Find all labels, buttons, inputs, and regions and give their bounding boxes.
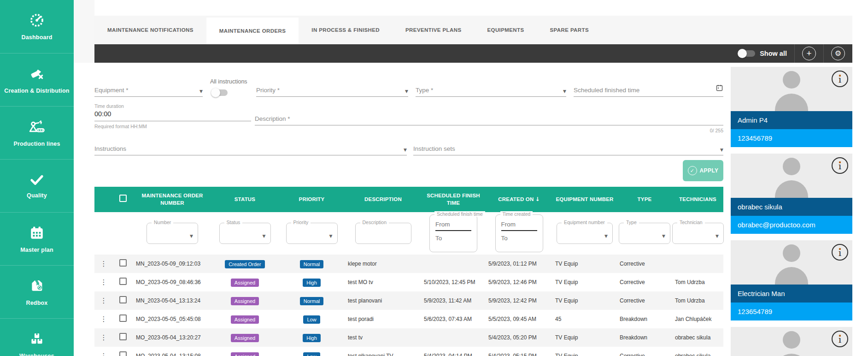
info-i-dot [839,75,841,77]
row-checkbox[interactable] [119,296,127,303]
sidebar-item-label: Redbox [26,300,47,306]
column-header-order-number[interactable]: MAINTENANCE ORDER NUMBER [133,192,211,207]
select-all-checkbox[interactable] [119,195,127,202]
row-menu-button[interactable]: ⋮ [94,297,113,305]
column-header-type[interactable]: TYPE [617,196,672,203]
table-row[interactable]: ⋮ MN_2023-05-09_09:12:03 Created Order N… [94,255,723,273]
technician-filter-select[interactable]: Technician ▼ [672,223,724,244]
chevron-down-icon: ▼ [404,148,407,152]
sidebar-item-master-plan[interactable]: Master plan [0,212,74,265]
table-body: ⋮ MN_2023-05-09_09:12:03 Created Order N… [94,255,723,356]
sidebar-item-dashboard[interactable]: Dashboard [0,0,74,53]
quality-checkmark-icon [29,173,45,188]
row-menu-button[interactable]: ⋮ [94,352,113,356]
sidebar-item-warehouses[interactable]: Warehouses [0,318,74,356]
tab-preventive-plans[interactable]: PREVENTIVE PLANS [393,16,474,44]
tab-spare-parts[interactable]: SPARE PARTS [537,16,602,44]
warehouses-icon [29,331,45,349]
show-all-toggle[interactable] [739,50,755,57]
table-row[interactable]: ⋮ MO_2023-05-09_08:46:36 Assigned High t… [94,273,723,291]
row-checkbox[interactable] [119,259,127,267]
number-filter-select[interactable]: Number ▼ [147,223,198,244]
info-icon[interactable]: ı [832,244,848,261]
table-row[interactable]: ⋮ MO_2023-05-04_13:20:27 Assigned High t… [94,328,723,347]
sort-descending-icon[interactable]: ↓ [535,196,540,202]
info-icon[interactable]: ı [832,157,848,174]
time-created-to-input[interactable]: To [501,235,537,242]
sidebar-item-quality[interactable]: Quality [0,159,74,212]
row-checkbox[interactable] [119,351,127,356]
type-select[interactable]: Type * ▼ [416,81,566,97]
chevron-down-icon: ▼ [329,234,333,238]
sidebar-item-label: Warehouses [19,353,54,356]
table-row[interactable]: ⋮ MN_2023-05-04_13:13:24 Assigned Normal… [94,291,723,310]
row-checkbox[interactable] [119,333,127,340]
row-menu-button[interactable]: ⋮ [94,333,113,342]
row-checkbox[interactable] [119,278,127,285]
info-icon[interactable]: ı [832,71,848,87]
table-row[interactable]: ⋮ MO_2023-05-04_13:15:08 Assigned Low te… [94,347,723,356]
description-input[interactable]: Description * [255,110,723,125]
status-badge: Assigned [231,315,259,324]
tab-bar: MAINTENANCE NOTIFICATIONS MAINTENANCE OR… [94,16,852,44]
row-menu-button[interactable]: ⋮ [94,278,113,286]
description-filter-input[interactable]: Description [355,223,411,244]
priority-filter-select[interactable]: Priority ▼ [286,223,338,244]
technician-avatar: ı [731,327,852,356]
scheduled-finish-cell: 5/10/2023, 12:45 PM [421,279,486,285]
description-cell: test MO tv [345,279,421,285]
column-header-priority[interactable]: PRIORITY [278,196,345,203]
column-header-description[interactable]: DESCRIPTION [345,196,421,203]
technician-card[interactable]: ı [731,327,852,356]
column-header-status[interactable]: STATUS [211,196,278,203]
created-on-cell: 5/9/2023, 12:42 PM [486,297,552,304]
equipment-select[interactable]: Equipment * ▼ [94,81,203,97]
row-menu-button[interactable]: ⋮ [94,315,113,323]
row-menu-button[interactable]: ⋮ [94,260,113,268]
info-icon[interactable]: ı [832,331,848,347]
sidebar-item-redbox[interactable]: Redbox [0,265,74,318]
row-checkbox[interactable] [119,314,127,322]
column-header-scheduled-finish[interactable]: SCHEDULED FINISH TIME [421,192,486,207]
instructions-select[interactable]: Instructions ▼ [94,140,407,155]
created-on-cell: 5/9/2023, 01:12 PM [486,261,552,267]
scheduled-finish-to-input[interactable]: To [435,235,471,242]
technician-card[interactable]: ı Electrician Man 123654789 [731,240,852,320]
priority-select[interactable]: Priority * ▼ [256,81,408,97]
type-filter-select[interactable]: Type ▼ [619,223,670,244]
instruction-sets-select[interactable]: Instruction sets ▼ [413,140,723,155]
scheduled-finish-from-input[interactable]: From [435,221,471,231]
tab-maintenance-notifications[interactable]: MAINTENANCE NOTIFICATIONS [94,16,206,44]
time-duration-input[interactable] [94,109,251,121]
tab-in-process-finished[interactable]: IN PROCESS & FINISHED [299,16,393,44]
settings-button[interactable]: ⚙ [831,47,845,60]
technician-filter-label: Technician [677,220,705,225]
chevron-down-icon: ▼ [263,234,266,238]
table-row[interactable]: ⋮ MO_2023-05-05_05:45:08 Assigned Low te… [94,310,723,328]
toggle-knob [738,49,747,58]
description-field: Description * 0/ 255 [255,103,723,133]
toolbar: Show all + ⚙ [94,44,852,63]
column-header-technicians[interactable]: TECHNICIANS [672,196,723,203]
status-filter-select[interactable]: Status ▼ [219,223,271,244]
sidebar-item-production-lines[interactable]: Production lines [0,106,74,159]
all-instructions-toggle[interactable] [212,89,228,96]
calendar-icon[interactable] [716,84,723,94]
equipment-number-filter-select[interactable]: Equipment number ▼ [557,223,613,244]
scheduled-finished-time-field[interactable]: Scheduled finished time [574,81,723,97]
apply-button[interactable]: ✓ APPLY [683,160,723,181]
tab-equipments[interactable]: EQUIPMENTS [474,16,537,44]
time-created-from-input[interactable]: From [501,221,537,231]
technician-contact: 123456789 [731,129,852,147]
all-instructions-label: All instructions [210,78,247,86]
technician-card[interactable]: ı Admin P4 123456789 [731,67,852,147]
avatar-head-shape [783,158,800,175]
add-order-button[interactable]: + [802,47,816,60]
sidebar-item-creation-distribution[interactable]: Creation & Distribution [0,53,74,106]
technician-contact: obrabec@productoo.com [731,216,852,234]
column-header-equipment-number[interactable]: EQUIPMENT NUMBER [552,196,617,203]
tab-maintenance-orders[interactable]: MAINTENANCE ORDERS [206,18,299,44]
column-header-created-on[interactable]: CREATED ON↓ [486,196,552,203]
orders-table: MAINTENANCE ORDER NUMBER STATUS PRIORITY… [94,187,723,356]
technician-card[interactable]: ı obrabec sikula obrabec@productoo.com [731,154,852,234]
